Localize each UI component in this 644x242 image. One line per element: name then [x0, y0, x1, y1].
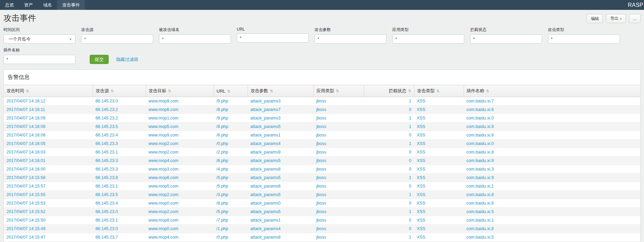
column-header-7[interactable]: 攻击类型⇅	[414, 85, 464, 97]
column-header-6[interactable]: 拦截状态⇅	[364, 85, 414, 97]
table-row[interactable]: 2017/04/07 14:16:0066.145.23.3www.mop3.c…	[4, 165, 640, 174]
table-cell[interactable]: jboss	[314, 174, 364, 182]
table-cell[interactable]: com.baidu.xi.5	[464, 208, 640, 216]
table-cell[interactable]: com.baidu.xi.1	[464, 182, 640, 191]
filter-input-1[interactable]	[159, 34, 231, 44]
table-cell[interactable]: www.mop5.com	[146, 123, 214, 131]
table-cell[interactable]: 0	[364, 199, 414, 208]
table-row[interactable]: 2017/04/07 14:15:4966.145.23.0www.mop0.c…	[4, 225, 640, 233]
time-range-select[interactable]: 一个月迄今 ∨	[3, 34, 75, 44]
table-cell[interactable]: 2017/04/07 14:16:06	[4, 131, 93, 140]
table-cell[interactable]: 1	[364, 123, 414, 131]
table-cell[interactable]: com.baidu.xi.8	[464, 131, 640, 140]
sort-icon[interactable]: ⇅	[111, 89, 114, 93]
table-cell[interactable]: /0.php	[214, 233, 248, 242]
sort-icon[interactable]: ⇅	[26, 89, 29, 93]
table-cell[interactable]: com.baidu.xi.3	[464, 165, 640, 174]
table-cell[interactable]: com.baidu.xi.0	[464, 140, 640, 148]
table-cell[interactable]: /0.php	[214, 140, 248, 148]
table-row[interactable]: 2017/04/07 14:16:0866.145.23.5www.mop5.c…	[4, 123, 640, 131]
table-cell[interactable]: jboss	[314, 216, 364, 225]
table-cell[interactable]: /5.php	[214, 182, 248, 191]
table-cell[interactable]: com.baidu.xi.0	[464, 114, 640, 123]
table-row[interactable]: 2017/04/07 14:15:5266.145.23.0www.mop2.c…	[4, 208, 640, 216]
table-cell[interactable]: XSS	[414, 148, 464, 157]
nav-tab-0[interactable]: 总览	[0, 0, 19, 10]
table-cell[interactable]: 1	[364, 174, 414, 182]
column-header-8[interactable]: 插件名称⇅	[464, 85, 640, 97]
sort-icon[interactable]: ⇅	[270, 89, 273, 93]
table-row[interactable]: 2017/04/07 14:15:4766.145.23.7www.mop4.c…	[4, 233, 640, 242]
table-cell[interactable]: XSS	[414, 131, 464, 140]
table-cell[interactable]: jboss	[314, 191, 364, 199]
filter-input-2[interactable]	[237, 33, 309, 43]
column-header-1[interactable]: 攻击源⇅	[93, 85, 146, 97]
table-cell[interactable]: www.mop3.com	[146, 165, 214, 174]
table-cell[interactable]: www.mop9.com	[146, 131, 214, 140]
table-cell[interactable]: /4.php	[214, 165, 248, 174]
table-cell[interactable]: attack_params8	[248, 233, 314, 242]
table-cell[interactable]: www.mop9.com	[146, 97, 214, 106]
table-cell[interactable]: attack_params8	[248, 165, 314, 174]
table-cell[interactable]: 66.145.23.4	[93, 131, 146, 140]
table-cell[interactable]: 66.145.23.0	[93, 208, 146, 216]
table-cell[interactable]: com.baidu.xi.9	[464, 157, 640, 165]
table-cell[interactable]: attack_params5	[248, 208, 314, 216]
table-cell[interactable]: attack_params1	[248, 131, 314, 140]
table-cell[interactable]: XSS	[414, 199, 464, 208]
filter-input-5[interactable]	[470, 34, 542, 44]
table-cell[interactable]: XSS	[414, 174, 464, 182]
table-cell[interactable]: attack_params9	[248, 148, 314, 157]
table-cell[interactable]: jboss	[314, 225, 364, 233]
table-cell[interactable]: com.baidu.xi.8	[464, 123, 640, 131]
table-cell[interactable]: /9.php	[214, 114, 248, 123]
table-cell[interactable]: www.mop4.com	[146, 233, 214, 242]
table-cell[interactable]: /7.php	[214, 216, 248, 225]
table-cell[interactable]: XSS	[414, 165, 464, 174]
edit-button[interactable]: 编辑	[587, 14, 603, 23]
table-cell[interactable]: /9.php	[214, 97, 248, 106]
table-cell[interactable]: XSS	[414, 216, 464, 225]
table-cell[interactable]: 2017/04/07 14:15:52	[4, 208, 93, 216]
table-cell[interactable]: 0	[364, 182, 414, 191]
table-cell[interactable]: jboss	[314, 114, 364, 123]
table-cell[interactable]: 2017/04/07 14:16:03	[4, 148, 93, 157]
table-cell[interactable]: 2017/04/07 14:15:53	[4, 199, 93, 208]
table-cell[interactable]: 2017/04/07 14:15:49	[4, 225, 93, 233]
table-cell[interactable]: www.mop8.com	[146, 216, 214, 225]
table-cell[interactable]: XSS	[414, 225, 464, 233]
table-cell[interactable]: attack_params0	[248, 199, 314, 208]
table-cell[interactable]: jboss	[314, 131, 364, 140]
table-cell[interactable]: 1	[364, 233, 414, 242]
table-cell[interactable]: XSS	[414, 157, 464, 165]
table-cell[interactable]: 2017/04/07 14:16:09	[4, 114, 93, 123]
table-cell[interactable]: attack_params6	[248, 182, 314, 191]
nav-tab-2[interactable]: 域名	[38, 0, 57, 10]
table-cell[interactable]: /3.php	[214, 191, 248, 199]
submit-button[interactable]: 提交	[90, 55, 109, 64]
table-cell[interactable]: com.baidu.xi.5	[464, 233, 640, 242]
table-cell[interactable]: 2017/04/07 14:15:50	[4, 216, 93, 225]
table-cell[interactable]: jboss	[314, 140, 364, 148]
table-cell[interactable]: com.baidu.xi.8	[464, 191, 640, 199]
table-cell[interactable]: 1	[364, 114, 414, 123]
table-cell[interactable]: 2017/04/07 14:16:12	[4, 97, 93, 106]
table-cell[interactable]: XSS	[414, 208, 464, 216]
export-button[interactable]: 导出∨	[606, 14, 626, 23]
column-header-5[interactable]: 应用类型⇅	[314, 85, 364, 97]
table-cell[interactable]: 2017/04/07 14:15:47	[4, 233, 93, 242]
table-cell[interactable]: attack_params5	[248, 174, 314, 182]
column-header-3[interactable]: URL⇅	[214, 85, 248, 97]
table-cell[interactable]: 66.145.23.7	[93, 233, 146, 242]
table-cell[interactable]: attack_params4	[248, 225, 314, 233]
table-row[interactable]: 2017/04/07 14:16:1166.145.23.2www.mop6.c…	[4, 106, 640, 114]
table-cell[interactable]: XSS	[414, 106, 464, 114]
table-cell[interactable]: 66.145.23.1	[93, 216, 146, 225]
table-cell[interactable]: 1	[364, 208, 414, 216]
table-row[interactable]: 2017/04/07 14:15:5566.145.23.5www.mop2.c…	[4, 191, 640, 199]
table-cell[interactable]: 66.145.23.0	[93, 225, 146, 233]
table-cell[interactable]: /6.php	[214, 157, 248, 165]
table-cell[interactable]: 2017/04/07 14:15:58	[4, 174, 93, 182]
table-cell[interactable]: 66.145.23.8	[93, 174, 146, 182]
table-cell[interactable]: www.mop0.com	[146, 225, 214, 233]
